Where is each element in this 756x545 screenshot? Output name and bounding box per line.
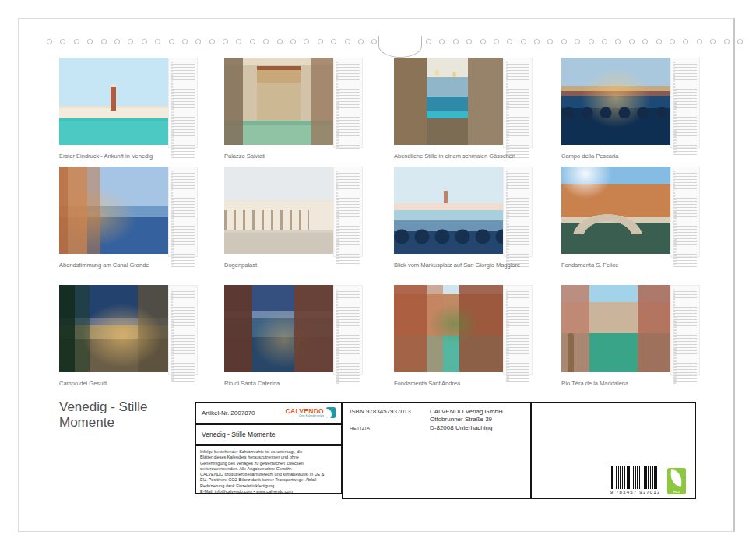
month-photo-mai — [59, 167, 168, 254]
binding-hole — [331, 39, 336, 44]
binding-hole — [142, 39, 147, 44]
binding-hole — [128, 39, 133, 44]
binding-hole — [101, 39, 107, 44]
binding-hole — [74, 39, 79, 44]
mini-calendar-days: 1.2.3.4.5.6.7.8.9.10.11.12.13.14.15.16.1… — [171, 62, 195, 158]
mini-calendar-februar: Februar 2026 1.2.3.4.5.6.7.8.9.10.11.12.… — [333, 58, 363, 148]
calendar-title: Venedig - Stille Momente — [202, 431, 276, 438]
binding-hole — [589, 39, 594, 44]
article-number-box: Artikel-Nr. 2007870 CALVENDO Dein Kalend… — [195, 402, 342, 424]
month-caption: Abendstimmung am Canal Grande — [59, 262, 198, 269]
binding-hole — [371, 39, 377, 44]
calendar-title-box: Venedig - Stille Momente — [195, 424, 342, 445]
calvendo-logo-wordmark: CALVENDO — [286, 408, 324, 415]
month-block-oktober: Oktober 2026 1.2.3.4.5.6.7.8.9.10.11.12.… — [224, 285, 363, 388]
page-sheet: Januar 2026 1.2.3.4.5.6.7.8.9.10.11.12.1… — [18, 18, 735, 532]
month-caption: Fondamenta Sant'Andrea — [394, 380, 533, 387]
article-number: Artikel-Nr. 2007870 — [202, 410, 255, 417]
mini-calendar-november: November 2026 1.2.3.4.5.6.7.8.9.10.11.12… — [503, 285, 533, 375]
calvendo-logo-icon — [326, 407, 336, 418]
mini-calendar-day-row: 28. — [336, 146, 360, 149]
month-caption: Palazzo Salviati — [224, 153, 363, 160]
page-title: Venedig - Stille Momente — [59, 399, 147, 431]
mini-calendar-april: April 2026 1.2.3.4.5.6.7.8.9.10.11.12.13… — [670, 58, 700, 148]
ean-barcode: 9 783457 937013 — [610, 466, 661, 494]
binding-hole — [155, 39, 160, 44]
binding-hole — [114, 39, 120, 44]
binding-hole — [60, 39, 65, 44]
month-photo-juni — [224, 167, 333, 254]
binding-hole — [615, 39, 621, 44]
binding-hole — [507, 39, 512, 44]
binding-hole — [263, 39, 269, 44]
binding-hole — [480, 39, 486, 44]
month-photo-august — [561, 167, 670, 254]
month-block-juli: Juli 2026 1.2.3.4.5.6.7.8.9.10.11.12.13.… — [394, 167, 533, 269]
month-photo-januar — [59, 58, 168, 145]
mini-calendar-juli: Juli 2026 1.2.3.4.5.6.7.8.9.10.11.12.13.… — [503, 167, 533, 257]
month-photo-oktober — [224, 285, 333, 372]
calvendo-logo-tagline: Dein Kalenderverlag — [286, 414, 324, 417]
mini-calendar-days: 1.2.3.4.5.6.7.8.9.10.11.12.13.14.15.16.1… — [171, 171, 195, 267]
calendar-back-page: Januar 2026 1.2.3.4.5.6.7.8.9.10.11.12.1… — [0, 0, 756, 545]
mini-calendar-oktober: Oktober 2026 1.2.3.4.5.6.7.8.9.10.11.12.… — [333, 285, 363, 375]
mini-calendar-days: 1.2.3.4.5.6.7.8.9.10.11.12.13.14.15.16.1… — [336, 171, 360, 264]
month-block-september: September 2026 1.2.3.4.5.6.7.8.9.10.11.1… — [59, 285, 198, 388]
binding-hole — [602, 39, 607, 44]
month-photo-juli — [394, 167, 503, 254]
isbn-publisher-box: ISBN 9783457937013 HETIZIA CALVENDO Verl… — [342, 402, 531, 499]
mini-calendar-days: 1.2.3.4.5.6.7.8.9.10.11.12.13.14.15.16.1… — [336, 289, 360, 385]
month-block-dezember: Dezember 2026 1.2.3.4.5.6.7.8.9.10.11.12… — [561, 285, 700, 388]
binding-hole — [575, 39, 580, 44]
binding-hole — [656, 39, 662, 44]
eco-logo: eco — [667, 468, 686, 494]
binding-hole — [697, 39, 702, 44]
binding-hole — [169, 39, 174, 44]
month-block-februar: Februar 2026 1.2.3.4.5.6.7.8.9.10.11.12.… — [224, 58, 363, 160]
binding-hole — [683, 39, 688, 44]
barcode-bars-icon — [610, 466, 661, 489]
binding-hole — [439, 39, 445, 44]
binding-hole — [547, 39, 553, 44]
mini-calendar-mai: Mai 2026 1.2.3.4.5.6.7.8.9.10.11.12.13.1… — [168, 167, 198, 257]
binding-hole — [345, 39, 350, 44]
month-caption: Fondamenta S. Felice — [561, 262, 700, 269]
binding-hole — [182, 39, 188, 44]
binding-hole — [209, 39, 215, 44]
binding-hole — [724, 39, 730, 44]
month-block-januar: Januar 2026 1.2.3.4.5.6.7.8.9.10.11.12.1… — [59, 58, 198, 160]
mini-calendar-days: 1.2.3.4.5.6.7.8.9.10.11.12.13.14.15.16.1… — [506, 62, 529, 158]
binding-hole — [521, 39, 526, 44]
month-caption: Erster Eindruck - Ankunft in Venedig — [59, 153, 198, 160]
mini-calendar-juni: Juni 2026 1.2.3.4.5.6.7.8.9.10.11.12.13.… — [333, 167, 363, 257]
binding-hole — [561, 39, 567, 44]
month-caption: Campo dei Gesuiti — [59, 380, 198, 387]
legal-text-box: Infolge bestehender Schutzrechte ist es … — [195, 445, 342, 494]
binding-hole — [318, 39, 323, 44]
month-photo-april — [561, 58, 670, 145]
month-block-juni: Juni 2026 1.2.3.4.5.6.7.8.9.10.11.12.13.… — [224, 167, 363, 269]
month-caption: Dogenpalast — [224, 262, 363, 269]
binding-hole — [236, 39, 241, 44]
binding-hole — [223, 39, 228, 44]
binding-hole — [629, 39, 635, 44]
barcode-box: 9 783457 937013 eco — [531, 402, 696, 499]
month-caption: Rio Tèra de la Maddalena — [561, 380, 700, 387]
month-photo-dezember — [561, 285, 670, 372]
mini-calendar-days: 1.2.3.4.5.6.7.8.9.10.11.12.13.14.15.16.1… — [171, 289, 195, 382]
month-caption: Campo della Pescaria — [561, 153, 700, 160]
binding-hole — [737, 39, 743, 44]
month-photo-november — [394, 285, 503, 372]
binding-hole — [195, 39, 201, 44]
month-photo-maerz — [394, 58, 503, 145]
binding-hole — [642, 39, 648, 44]
binding-hole — [453, 39, 459, 44]
mini-calendar-days: 1.2.3.4.5.6.7.8.9.10.11.12.13.14.15.16.1… — [506, 289, 529, 382]
binding-hole — [466, 39, 472, 44]
mini-calendar-days: 1.2.3.4.5.6.7.8.9.10.11.12.13.14.15.16.1… — [506, 171, 529, 267]
leaf-icon — [670, 469, 683, 486]
mini-calendar-august: August 2026 1.2.3.4.5.6.7.8.9.10.11.12.1… — [670, 167, 700, 257]
binding-hole — [87, 39, 93, 44]
binding-hole — [277, 39, 283, 44]
calvendo-logo: CALVENDO Dein Kalenderverlag — [286, 407, 336, 418]
